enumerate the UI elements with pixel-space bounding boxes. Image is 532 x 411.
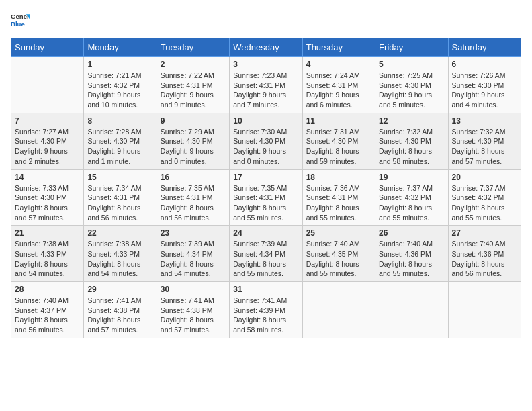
day-number: 28 (15, 285, 80, 294)
header-tuesday: Tuesday (157, 38, 229, 57)
day-info: Sunrise: 7:40 AM Sunset: 4:37 PM Dayligh… (15, 295, 80, 335)
header-thursday: Thursday (302, 38, 375, 57)
day-number: 2 (161, 60, 226, 69)
day-info: Sunrise: 7:27 AM Sunset: 4:30 PM Dayligh… (15, 127, 80, 167)
day-cell: 16Sunrise: 7:35 AM Sunset: 4:31 PM Dayli… (157, 169, 229, 226)
day-info: Sunrise: 7:32 AM Sunset: 4:30 PM Dayligh… (452, 127, 517, 167)
day-number: 21 (15, 228, 80, 238)
day-cell: 11Sunrise: 7:31 AM Sunset: 4:30 PM Dayli… (302, 113, 375, 169)
day-info: Sunrise: 7:38 AM Sunset: 4:33 PM Dayligh… (87, 239, 152, 279)
day-number: 23 (161, 228, 226, 238)
day-cell: 12Sunrise: 7:32 AM Sunset: 4:30 PM Dayli… (375, 113, 448, 169)
day-number: 30 (161, 285, 226, 294)
day-number: 19 (379, 173, 444, 182)
day-cell: 9Sunrise: 7:29 AM Sunset: 4:30 PM Daylig… (157, 113, 229, 169)
week-row-3: 14Sunrise: 7:33 AM Sunset: 4:30 PM Dayli… (11, 169, 521, 226)
day-number: 25 (306, 228, 371, 238)
day-cell: 28Sunrise: 7:40 AM Sunset: 4:37 PM Dayli… (11, 282, 84, 338)
day-cell: 7Sunrise: 7:27 AM Sunset: 4:30 PM Daylig… (11, 113, 84, 169)
day-cell: 27Sunrise: 7:40 AM Sunset: 4:36 PM Dayli… (448, 226, 521, 282)
day-info: Sunrise: 7:40 AM Sunset: 4:35 PM Dayligh… (306, 239, 371, 279)
day-info: Sunrise: 7:34 AM Sunset: 4:31 PM Dayligh… (87, 183, 152, 223)
week-row-5: 28Sunrise: 7:40 AM Sunset: 4:37 PM Dayli… (11, 282, 521, 338)
day-number: 29 (87, 285, 152, 294)
day-number: 1 (87, 60, 152, 69)
day-info: Sunrise: 7:35 AM Sunset: 4:31 PM Dayligh… (161, 183, 226, 223)
day-cell: 26Sunrise: 7:40 AM Sunset: 4:36 PM Dayli… (375, 226, 448, 282)
day-info: Sunrise: 7:39 AM Sunset: 4:34 PM Dayligh… (233, 239, 298, 279)
day-cell: 29Sunrise: 7:41 AM Sunset: 4:38 PM Dayli… (84, 282, 157, 338)
svg-text:Blue: Blue (11, 20, 25, 28)
day-info: Sunrise: 7:33 AM Sunset: 4:30 PM Dayligh… (15, 183, 80, 223)
day-info: Sunrise: 7:41 AM Sunset: 4:39 PM Dayligh… (233, 295, 298, 335)
day-info: Sunrise: 7:35 AM Sunset: 4:31 PM Dayligh… (233, 183, 298, 223)
day-info: Sunrise: 7:37 AM Sunset: 4:32 PM Dayligh… (379, 183, 444, 223)
day-cell: 17Sunrise: 7:35 AM Sunset: 4:31 PM Dayli… (230, 169, 302, 226)
day-info: Sunrise: 7:24 AM Sunset: 4:31 PM Dayligh… (306, 71, 371, 110)
day-number: 14 (15, 173, 80, 182)
day-number: 31 (233, 285, 298, 294)
day-info: Sunrise: 7:38 AM Sunset: 4:33 PM Dayligh… (15, 239, 80, 279)
day-number: 4 (306, 60, 371, 69)
day-cell: 8Sunrise: 7:28 AM Sunset: 4:30 PM Daylig… (84, 113, 157, 169)
day-number: 24 (233, 228, 298, 238)
day-cell: 15Sunrise: 7:34 AM Sunset: 4:31 PM Dayli… (84, 169, 157, 226)
day-info: Sunrise: 7:25 AM Sunset: 4:30 PM Dayligh… (379, 71, 444, 110)
calendar-header: SundayMondayTuesdayWednesdayThursdayFrid… (11, 38, 521, 57)
day-cell: 22Sunrise: 7:38 AM Sunset: 4:33 PM Dayli… (84, 226, 157, 282)
day-number: 8 (87, 116, 152, 126)
day-cell: 23Sunrise: 7:39 AM Sunset: 4:34 PM Dayli… (157, 226, 229, 282)
day-cell: 19Sunrise: 7:37 AM Sunset: 4:32 PM Dayli… (375, 169, 448, 226)
svg-text:General: General (11, 13, 30, 20)
day-info: Sunrise: 7:41 AM Sunset: 4:38 PM Dayligh… (161, 295, 226, 335)
day-cell: 24Sunrise: 7:39 AM Sunset: 4:34 PM Dayli… (230, 226, 302, 282)
day-info: Sunrise: 7:23 AM Sunset: 4:31 PM Dayligh… (233, 71, 298, 110)
day-cell (11, 57, 84, 113)
day-info: Sunrise: 7:39 AM Sunset: 4:34 PM Dayligh… (161, 239, 226, 279)
day-info: Sunrise: 7:37 AM Sunset: 4:32 PM Dayligh… (452, 183, 517, 223)
day-number: 15 (87, 173, 152, 182)
day-cell: 30Sunrise: 7:41 AM Sunset: 4:38 PM Dayli… (157, 282, 229, 338)
header-saturday: Saturday (448, 38, 521, 57)
header-monday: Monday (84, 38, 157, 57)
day-info: Sunrise: 7:32 AM Sunset: 4:30 PM Dayligh… (379, 127, 444, 167)
week-row-2: 7Sunrise: 7:27 AM Sunset: 4:30 PM Daylig… (11, 113, 521, 169)
header-sunday: Sunday (11, 38, 84, 57)
day-number: 5 (379, 60, 444, 69)
day-info: Sunrise: 7:26 AM Sunset: 4:30 PM Dayligh… (452, 71, 517, 110)
day-cell: 6Sunrise: 7:26 AM Sunset: 4:30 PM Daylig… (448, 57, 521, 113)
day-info: Sunrise: 7:41 AM Sunset: 4:38 PM Dayligh… (87, 295, 152, 335)
week-row-4: 21Sunrise: 7:38 AM Sunset: 4:33 PM Dayli… (11, 226, 521, 282)
day-number: 7 (15, 116, 80, 126)
day-cell: 10Sunrise: 7:30 AM Sunset: 4:30 PM Dayli… (230, 113, 302, 169)
logo-icon: General Blue (11, 11, 30, 30)
logo: General Blue (11, 11, 30, 30)
day-cell: 5Sunrise: 7:25 AM Sunset: 4:30 PM Daylig… (375, 57, 448, 113)
day-info: Sunrise: 7:36 AM Sunset: 4:31 PM Dayligh… (306, 183, 371, 223)
day-number: 27 (452, 228, 517, 238)
page-header: General Blue (11, 11, 521, 30)
header-friday: Friday (375, 38, 448, 57)
day-number: 17 (233, 173, 298, 182)
header-row: SundayMondayTuesdayWednesdayThursdayFrid… (11, 38, 521, 57)
day-info: Sunrise: 7:22 AM Sunset: 4:31 PM Dayligh… (161, 71, 226, 110)
day-cell: 20Sunrise: 7:37 AM Sunset: 4:32 PM Dayli… (448, 169, 521, 226)
day-info: Sunrise: 7:40 AM Sunset: 4:36 PM Dayligh… (379, 239, 444, 279)
day-number: 3 (233, 60, 298, 69)
day-number: 6 (452, 60, 517, 69)
day-cell (448, 282, 521, 338)
day-cell: 4Sunrise: 7:24 AM Sunset: 4:31 PM Daylig… (302, 57, 375, 113)
day-info: Sunrise: 7:31 AM Sunset: 4:30 PM Dayligh… (306, 127, 371, 167)
day-cell (375, 282, 448, 338)
day-info: Sunrise: 7:30 AM Sunset: 4:30 PM Dayligh… (233, 127, 298, 167)
day-cell: 21Sunrise: 7:38 AM Sunset: 4:33 PM Dayli… (11, 226, 84, 282)
day-cell: 25Sunrise: 7:40 AM Sunset: 4:35 PM Dayli… (302, 226, 375, 282)
day-cell: 18Sunrise: 7:36 AM Sunset: 4:31 PM Dayli… (302, 169, 375, 226)
day-info: Sunrise: 7:21 AM Sunset: 4:32 PM Dayligh… (87, 71, 152, 110)
day-number: 18 (306, 173, 371, 182)
day-number: 12 (379, 116, 444, 126)
day-number: 13 (452, 116, 517, 126)
day-info: Sunrise: 7:29 AM Sunset: 4:30 PM Dayligh… (161, 127, 226, 167)
day-cell (302, 282, 375, 338)
day-cell: 14Sunrise: 7:33 AM Sunset: 4:30 PM Dayli… (11, 169, 84, 226)
